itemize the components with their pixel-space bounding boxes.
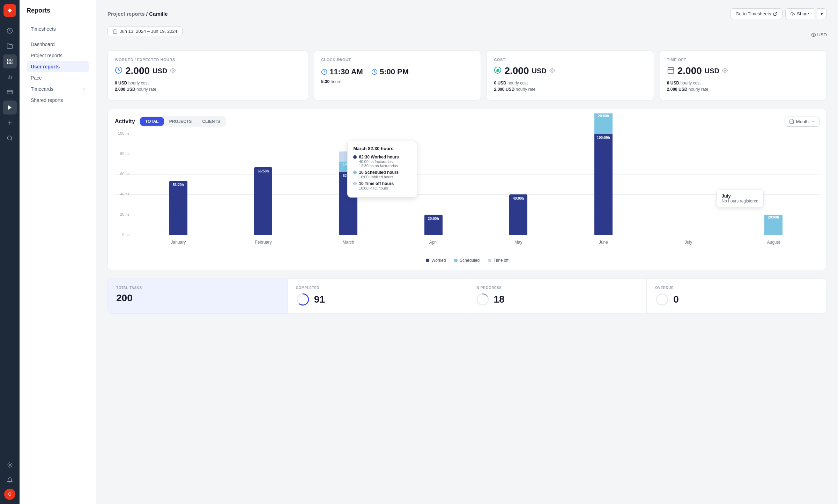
nav-icon-search[interactable] xyxy=(3,131,17,145)
eye-worked-icon[interactable] xyxy=(170,68,176,74)
march-tooltip: March 82:30 hours 62:30 Worked hours 40:… xyxy=(347,141,417,198)
sidebar-item-shared-reports[interactable]: Shared reports xyxy=(27,95,89,106)
nav-icon-clock[interactable] xyxy=(3,24,17,38)
cost-value: 2.000 xyxy=(504,65,529,76)
worked-cost-sub: 0 USD hourly cost xyxy=(115,81,301,86)
nav-icon-reports[interactable] xyxy=(3,54,17,68)
time-off-label: TIME OFF xyxy=(667,58,820,62)
sidebar-item-timesheets[interactable]: Timesheets xyxy=(27,23,89,35)
svg-point-43 xyxy=(657,294,668,305)
tab-total[interactable]: TOTAL xyxy=(140,117,164,126)
app-logo[interactable] xyxy=(3,4,16,17)
legend-timeoff: Time off xyxy=(488,258,509,263)
tooltip-scheduled-row: 10 Scheduled hours 10:00 unbilled hours xyxy=(353,170,411,179)
external-link-icon xyxy=(773,12,777,16)
time-off-value: 2.000 xyxy=(677,65,702,76)
in-progress-with-circle: 18 xyxy=(476,292,638,306)
go-to-timesheets-button[interactable]: Go to Timesheets xyxy=(730,8,783,19)
sidebar-item-user-reports[interactable]: User reports xyxy=(27,61,89,72)
calendar-filter-icon xyxy=(113,29,118,34)
sidebar-item-label: Timesheets xyxy=(31,26,56,32)
chevron-right-icon: › xyxy=(83,87,85,91)
svg-rect-3 xyxy=(10,62,12,64)
bar-worked: 100:00h xyxy=(594,134,613,235)
bar-worked: 66:50h xyxy=(254,167,272,235)
bar-xlabel: July xyxy=(685,240,692,245)
svg-rect-2 xyxy=(10,59,12,61)
bar-group-august: 20:00hAugust xyxy=(731,134,816,235)
nav-icon-add[interactable] xyxy=(3,116,17,130)
bar-worked: 20:00h xyxy=(424,215,443,235)
user-avatar[interactable]: C xyxy=(4,489,15,500)
date-filter[interactable]: Jun 13, 2024 – Jun 19, 2024 xyxy=(107,26,183,36)
breadcrumb-parent[interactable]: Project reports xyxy=(107,11,145,17)
activity-title: Activity xyxy=(115,118,135,125)
eye-cost-icon[interactable] xyxy=(549,68,555,74)
tooltip-worked-dot xyxy=(353,155,357,159)
share-label: Share xyxy=(797,11,809,16)
clock-in-block: 11:30 AM xyxy=(321,65,363,76)
eye-timeoff-icon[interactable] xyxy=(722,68,728,74)
svg-rect-18 xyxy=(113,30,117,34)
date-filter-label: Jun 13, 2024 – Jun 19, 2024 xyxy=(120,29,177,34)
svg-line-16 xyxy=(775,12,777,14)
month-select[interactable]: Month xyxy=(785,117,820,127)
july-tooltip-title: July xyxy=(722,193,758,199)
dollar-icon xyxy=(494,66,502,76)
nav-icon-billing[interactable] xyxy=(3,85,17,99)
share-caret-button[interactable]: ▾ xyxy=(817,8,827,19)
sidebar-item-pace[interactable]: Pace xyxy=(27,72,89,83)
svg-point-24 xyxy=(172,70,173,71)
legend-scheduled-dot xyxy=(454,259,458,262)
breadcrumb-current: Camille xyxy=(149,11,168,17)
breadcrumb: Project reports / Camille xyxy=(107,11,168,17)
completed-with-circle: 91 xyxy=(296,292,459,306)
tooltip-worked-sub1: 40:00 hs facturadas xyxy=(359,160,399,164)
chevron-down-icon: ▾ xyxy=(821,11,823,16)
tab-projects[interactable]: PROJECTS xyxy=(164,117,197,126)
sidebar-item-label: Project reports xyxy=(31,53,62,58)
currency-label: USD xyxy=(817,32,827,37)
nav-icon-chart[interactable] xyxy=(3,70,17,84)
nav-icon-play[interactable] xyxy=(3,101,17,114)
july-tooltip-sub: No hours registered xyxy=(722,199,758,203)
time-off-unit: USD xyxy=(705,67,719,75)
tab-clients[interactable]: CLIENTS xyxy=(197,117,225,126)
bar-scheduled: 20:00h xyxy=(594,113,613,134)
activity-header: Activity TOTAL PROJECTS CLIENTS Month xyxy=(115,116,820,127)
legend-scheduled: Scheduled xyxy=(454,258,480,263)
sidebar-item-timecards[interactable]: Timecards › xyxy=(27,83,89,95)
legend-timeoff-label: Time off xyxy=(494,258,509,263)
nav-icon-folder[interactable] xyxy=(3,39,17,53)
worked-value: 2.000 xyxy=(125,65,150,76)
clock-out-icon xyxy=(371,69,378,75)
svg-rect-8 xyxy=(7,90,13,94)
worked-value-row: 2.000 USD xyxy=(115,65,301,76)
chart-legend: Worked Scheduled Time off xyxy=(115,258,820,263)
currency-toggle[interactable]: USD xyxy=(811,32,827,37)
total-tasks-label: TOTAL TASKS xyxy=(116,286,279,290)
bar-scheduled: 20:00h xyxy=(764,215,783,235)
clock-in-icon xyxy=(321,69,327,75)
chart-area: 100 hs 80 hs 60 hs 40 hs 20 hs 0 hs xyxy=(115,134,820,235)
clock-in-time: 11:30 AM xyxy=(321,67,363,76)
legend-scheduled-label: Scheduled xyxy=(460,258,480,263)
stats-row: WORKED / EXPECTED HOURS 2.000 USD 0 USD … xyxy=(107,50,827,101)
nav-icon-bell[interactable] xyxy=(3,473,17,487)
share-button[interactable]: Share xyxy=(785,8,814,19)
svg-marker-10 xyxy=(8,105,12,110)
sidebar-nav-section: Dashboard Project reports User reports P… xyxy=(20,37,96,108)
tooltip-scheduled-dot xyxy=(353,171,357,174)
timeoff-rate-sub: 2.000 USD hourly rate xyxy=(667,87,820,92)
page-header: Project reports / Camille Go to Timeshee… xyxy=(107,8,827,19)
clock-label: CLOCK IN/OUT xyxy=(321,58,474,62)
bar-group-may: 40:00hMay xyxy=(476,134,561,235)
clock-card: CLOCK IN/OUT 11:30 AM 5:00 PM xyxy=(314,50,481,101)
completed-value: 91 xyxy=(314,294,325,305)
time-off-icon xyxy=(667,66,675,76)
sidebar-item-dashboard[interactable]: Dashboard xyxy=(27,39,89,50)
svg-point-15 xyxy=(9,464,11,466)
sidebar-item-project-reports[interactable]: Project reports xyxy=(27,50,89,61)
bar-xlabel: January xyxy=(171,240,186,245)
nav-icon-settings[interactable] xyxy=(3,458,17,472)
